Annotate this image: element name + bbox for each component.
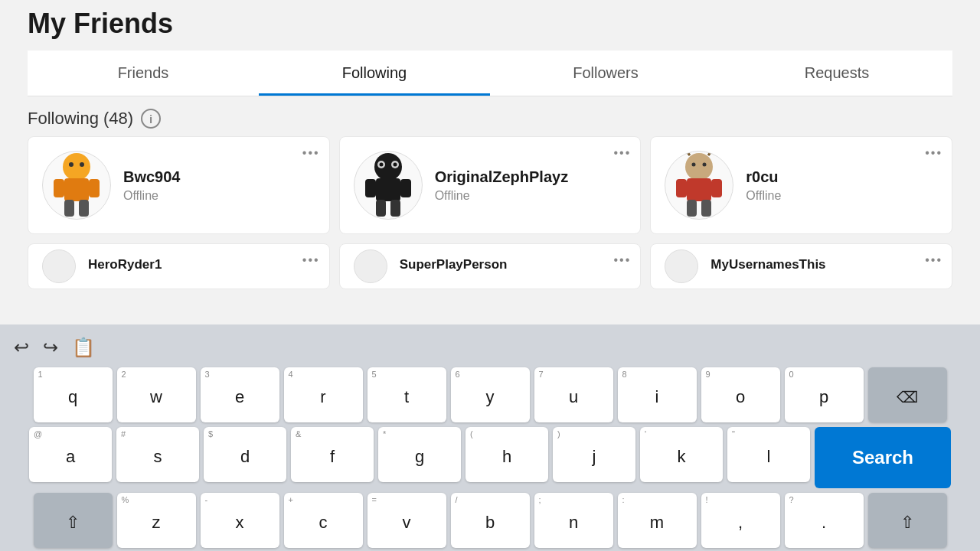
- key-s[interactable]: #s: [116, 427, 199, 482]
- redo-button[interactable]: ↪: [40, 334, 61, 361]
- friend-info-bwc904: Bwc904 Offline: [123, 168, 315, 203]
- svg-rect-26: [676, 179, 687, 197]
- tab-following[interactable]: Following: [259, 51, 490, 96]
- key-r[interactable]: 4r: [284, 367, 363, 422]
- svg-point-12: [393, 163, 397, 167]
- key-c[interactable]: +c: [284, 493, 363, 548]
- key-m[interactable]: :m: [618, 493, 697, 548]
- svg-line-19: [684, 152, 690, 155]
- avatar-myusernamesthis: [665, 249, 698, 283]
- svg-point-7: [80, 162, 84, 167]
- svg-rect-25: [687, 178, 711, 201]
- tab-requests[interactable]: Requests: [721, 51, 952, 96]
- friend-card-r0cu[interactable]: r0cu Offline •••: [650, 136, 952, 234]
- key-i[interactable]: 8i: [618, 367, 697, 422]
- friend-name-myusernamesthis: MyUsernamesThis: [710, 257, 938, 272]
- svg-rect-3: [89, 179, 100, 197]
- svg-rect-4: [64, 200, 74, 217]
- shift-right-button[interactable]: ⇧: [868, 493, 947, 548]
- more-button-originalzephplayz[interactable]: •••: [614, 146, 632, 160]
- friend-card-bwc904[interactable]: Bwc904 Offline •••: [28, 136, 330, 234]
- shift-left-button[interactable]: ⇧: [34, 493, 113, 548]
- more-button-myusernamesthis[interactable]: •••: [925, 253, 942, 267]
- key-u[interactable]: 7u: [534, 367, 613, 422]
- more-button-heroryderl[interactable]: •••: [302, 253, 320, 267]
- key-z[interactable]: %z: [117, 493, 196, 548]
- svg-point-24: [703, 163, 707, 167]
- key-b[interactable]: /b: [451, 493, 530, 548]
- clipboard-button[interactable]: 📋: [69, 334, 98, 361]
- svg-rect-15: [400, 179, 411, 197]
- key-g[interactable]: *g: [378, 427, 461, 482]
- tab-friends[interactable]: Friends: [28, 51, 259, 96]
- page-container: My Friends Friends Following Followers R…: [0, 0, 980, 289]
- friend-info-myusernamesthis: MyUsernamesThis: [710, 257, 938, 276]
- search-button[interactable]: Search: [815, 427, 951, 488]
- svg-line-20: [708, 152, 714, 155]
- tab-followers[interactable]: Followers: [490, 51, 721, 96]
- friend-info-superplayperson: SuperPlayPerson: [400, 257, 627, 276]
- key-n[interactable]: ;n: [534, 493, 613, 548]
- key-k[interactable]: 'k: [640, 427, 723, 482]
- key-period[interactable]: ?.: [785, 493, 864, 548]
- avatar-bwc904: [42, 151, 111, 220]
- avatar-originalzephplayz: [354, 151, 423, 220]
- more-button-r0cu[interactable]: •••: [925, 146, 942, 160]
- undo-button[interactable]: ↩: [11, 334, 32, 361]
- more-button-superplayperson[interactable]: •••: [614, 253, 632, 267]
- friend-status-r0cu: Offline: [746, 189, 938, 203]
- svg-rect-14: [365, 179, 376, 197]
- info-icon[interactable]: i: [141, 109, 161, 129]
- key-q[interactable]: 1q: [34, 367, 113, 422]
- key-f[interactable]: &f: [291, 427, 374, 482]
- friends-grid: Bwc904 Offline •••: [0, 136, 980, 234]
- svg-rect-28: [687, 200, 697, 217]
- key-w[interactable]: 2w: [117, 367, 196, 422]
- svg-rect-1: [64, 178, 89, 201]
- keyboard-toolbar: ↩ ↪ 📋: [5, 331, 975, 367]
- following-count-label: Following (48): [28, 109, 133, 129]
- key-y[interactable]: 6y: [451, 367, 530, 422]
- key-a[interactable]: @a: [29, 427, 112, 482]
- key-e[interactable]: 3e: [201, 367, 279, 422]
- svg-point-18: [685, 153, 713, 181]
- friend-card-superplayperson[interactable]: SuperPlayPerson •••: [339, 243, 642, 289]
- key-o[interactable]: 9o: [701, 367, 780, 422]
- svg-point-11: [379, 163, 383, 167]
- key-h[interactable]: (h: [466, 427, 548, 482]
- svg-rect-16: [376, 200, 386, 217]
- more-button-bwc904[interactable]: •••: [302, 146, 320, 160]
- svg-rect-2: [54, 179, 64, 197]
- keyboard-row-3: ⇧ %z -x +c =v /b ;n :m !, ?. ⇧: [5, 493, 975, 548]
- friend-card-originalzephplayz[interactable]: OriginalZephPlayz Offline •••: [339, 136, 642, 234]
- following-header: Following (48) i: [0, 96, 980, 136]
- keyboard-row-2: @a #s $d &f *g (h )j 'k "l Search: [5, 427, 975, 488]
- svg-point-0: [63, 153, 90, 181]
- key-l[interactable]: "l: [727, 427, 810, 482]
- friends-grid-row2: HeroRyder1 ••• SuperPlayPerson ••• MyUse…: [0, 243, 980, 289]
- avatar-r0cu: [665, 151, 733, 220]
- key-x[interactable]: -x: [201, 493, 279, 548]
- key-p[interactable]: 0p: [785, 367, 864, 422]
- friend-card-heroryderl[interactable]: HeroRyder1 •••: [28, 243, 330, 289]
- svg-rect-29: [701, 200, 711, 217]
- friend-name-bwc904: Bwc904: [123, 168, 315, 186]
- friend-name-r0cu: r0cu: [746, 168, 938, 186]
- friend-card-myusernamesthis[interactable]: MyUsernamesThis •••: [650, 243, 952, 289]
- svg-rect-27: [711, 179, 722, 197]
- tabs-bar: Friends Following Followers Requests: [28, 51, 952, 96]
- svg-point-23: [692, 163, 696, 167]
- friend-info-originalzephplayz: OriginalZephPlayz Offline: [435, 168, 627, 203]
- svg-rect-5: [79, 200, 89, 217]
- key-d[interactable]: $d: [204, 427, 286, 482]
- avatar-heroryderl: [42, 249, 76, 283]
- key-comma[interactable]: !,: [701, 493, 780, 548]
- top-section: My Friends Friends Following Followers R…: [0, 0, 980, 96]
- key-v[interactable]: =v: [368, 493, 446, 548]
- keyboard-row-1: 1q 2w 3e 4r 5t 6y 7u 8i 9o 0p ⌫: [5, 367, 975, 422]
- friend-info-heroryderl: HeroRyder1: [88, 257, 315, 276]
- key-t[interactable]: 5t: [368, 367, 446, 422]
- key-j[interactable]: )j: [553, 427, 635, 482]
- svg-rect-17: [390, 200, 400, 217]
- key-backspace[interactable]: ⌫: [868, 367, 947, 422]
